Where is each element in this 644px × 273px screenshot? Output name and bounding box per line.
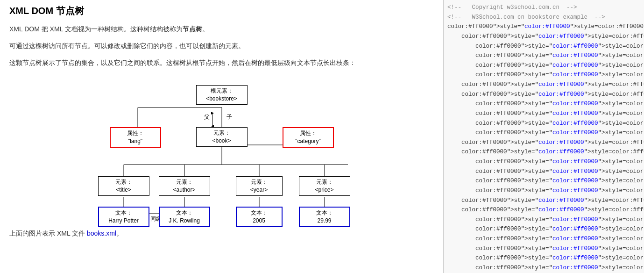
text-harry-label1: 文本： [115,209,132,216]
child-label: 子 [226,113,233,121]
text-price-node: 文本： 29.99 [299,207,350,227]
elem-price-label1: 元素： [316,179,333,185]
bottom-text2: 。 [116,230,123,237]
elem-year-label2: <year> [250,187,268,193]
code-comment1: <!-- Copyright w3school.com.cn --> [447,3,640,13]
page-title: XML DOM 节点树 [9,5,434,17]
code-line: color:#ff0000">style="color:#ff0000">sty… [447,128,640,138]
elem-book-node: 元素： <book> [196,127,248,147]
father-label: 父 [203,113,211,121]
intro-paragraph-1: XML DOM 把 XML 文档视为一种树结构。这种树结构被称为节点树。 [9,24,434,35]
code-line: color:#ff0000">style="color:#ff0000">sty… [447,147,640,157]
attr-cat-node: 属性： "category" [283,127,334,148]
code-line: color:#ff0000">style="color:#ff0000">sty… [447,224,640,234]
code-line: color:#ff0000">style="color:#ff0000">sty… [447,263,640,273]
code-line: color:#ff0000">style="color:#ff0000">sty… [447,253,640,263]
elem-author-label1: 元素： [176,179,193,185]
root-label1: 根元素： [211,87,233,94]
elem-title-node: 元素： <title> [98,176,149,196]
elem-price-node: 元素： <price> [299,176,350,196]
code-line: color:#ff0000">style="color:#ff0000">sty… [447,244,640,254]
books-xml-link[interactable]: books.xml [87,230,116,237]
code-line: color:#ff0000">style="color:#ff0000">sty… [447,234,640,244]
code-line: color:#ff0000">style="color:#ff0000">sty… [447,90,640,100]
text-rowling-label1: 文本： [176,209,193,216]
text-harry-node: 文本： Harry Potter [98,207,149,227]
text-2005-label2: 2005 [253,217,265,224]
text-price-label1: 文本： [316,209,333,216]
attr-lang-node: 属性： "lang" [110,127,161,148]
code-line: color:#ff0000">style="color:#ff0000">sty… [447,80,640,90]
code-comment2: <!-- W3School.com cn bookstore example -… [447,13,640,22]
attr-cat-label1: 属性： [300,130,317,136]
intro-paragraph-3: 这颗节点树展示了节点的集合，以及它们之间的联系。这棵树从根节点开始，然后在树的最… [9,57,434,69]
tree-diagram: 根元素： <bookstore> 父 子 属性： "lang" 元素： <boo… [77,76,367,221]
text-2005-label1: 文本： [251,209,268,216]
intro1-text: XML DOM 把 XML 文档视为一种树结构。这种树结构被称为 [9,25,183,33]
elem-year-label1: 元素： [251,179,268,185]
root-node: 根元素： <bookstore> [196,85,248,105]
attr-lang-label1: 属性： [127,130,144,136]
text-price-label2: 29.99 [317,217,331,224]
code-line: color:#ff0000">style="color:#ff0000">sty… [447,70,640,80]
left-panel: XML DOM 节点树 XML DOM 把 XML 文档视为一种树结构。这种树结… [0,0,443,273]
code-line: color:#ff0000">style="color:#ff0000">sty… [447,167,640,177]
code-line: color:#ff0000">style="color:#ff0000">sty… [447,215,640,225]
elem-title-label1: 元素： [115,179,132,185]
text-2005-node: 文本： 2005 [236,207,283,227]
code-line: color:#ff0000">style="color:#ff0000">sty… [447,186,640,196]
code-line: color:#ff0000">style="color:#ff0000">sty… [447,138,640,148]
code-line: color:#ff0000">style="color:#ff0000">sty… [447,61,640,71]
code-line: color:#ff0000">style="color:#ff0000">sty… [447,99,640,109]
code-line: color:#ff0000">style="color:#ff0000">sty… [447,51,640,61]
text-rowling-label2: J K. Rowling [169,217,200,224]
elem-author-node: 元素： <author> [159,176,210,196]
code-lines-container: color:#ff0000">style="color:#ff0000">sty… [447,22,640,273]
bottom-text: 上面的图片表示 XML 文件 books.xml。 [9,228,434,239]
intro1-bold: 节点树 [183,25,202,33]
elem-book-label1: 元素： [213,129,230,136]
code-line: color:#ff0000">style="color:#ff0000">sty… [447,157,640,167]
text-harry-label2: Harry Potter [108,217,139,224]
code-line: color:#ff0000">style="color:#ff0000">sty… [447,32,640,42]
intro-paragraph-2: 可通过这棵树访问所有节点。可以修改或删除它们的内容，也可以创建新的元素。 [9,41,434,52]
code-line: color:#ff0000">style="color:#ff0000">sty… [447,109,640,119]
intro1-end: 。 [202,25,209,33]
right-panel: <!-- Copyright w3school.com.cn --> <!-- … [443,0,644,273]
root-label2: <bookstore> [206,95,237,102]
elem-title-label2: <title> [116,187,131,193]
bottom-text1: 上面的图片表示 XML 文件 [9,230,87,237]
elem-book-label2: <book> [212,137,231,144]
text-rowling-node: 文本： J K. Rowling [159,207,210,227]
elem-price-label2: <price> [315,187,333,193]
code-line: color:#ff0000">style="color:#ff0000">sty… [447,196,640,206]
code-line: color:#ff0000">style="color:#ff0000">sty… [447,22,640,32]
code-line: color:#ff0000">style="color:#ff0000">sty… [447,176,640,186]
code-line: color:#ff0000">style="color:#ff0000">sty… [447,205,640,215]
attr-cat-label2: "category" [295,138,321,144]
elem-year-node: 元素： <year> [236,176,283,196]
code-line: color:#ff0000">style="color:#ff0000">sty… [447,42,640,51]
attr-lang-label2: "lang" [128,138,142,144]
elem-author-label2: <author> [173,187,195,193]
code-line: color:#ff0000">style="color:#ff0000">sty… [447,119,640,129]
